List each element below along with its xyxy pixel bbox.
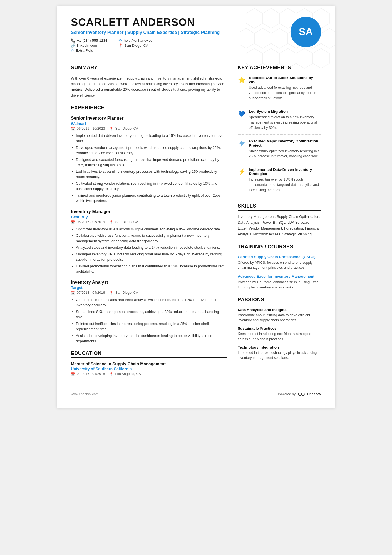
job-title-bestbuy: Inventory Manager <box>71 209 227 214</box>
achievement-desc-1: Spearheaded migration to a new inventory… <box>249 115 321 130</box>
job-meta-bestbuy: 📅 05/2016 - 05/2019 📍 San Diego, CA <box>71 220 227 224</box>
experience-section: EXPERIENCE Senior Inventory Planner Walm… <box>71 105 227 344</box>
edu-school-0: University of Southern California <box>71 367 227 371</box>
bullet-item: Optimized inventory levels across multip… <box>76 226 227 232</box>
achievement-content-0: Reduced Out-of-Stock Situations by 20% U… <box>249 76 321 101</box>
linkedin-icon: 🔗 <box>71 43 75 48</box>
contact-section: 📞 +1-(234)-555-1234 🔗 linkedin.com ☆ Ext… <box>71 38 321 53</box>
experience-title: EXPERIENCE <box>71 105 227 112</box>
contact-col-left: 📞 +1-(234)-555-1234 🔗 linkedin.com ☆ Ext… <box>71 38 107 53</box>
phone-value: +1-(234)-555-1234 <box>77 38 107 43</box>
achievement-icon-3: ⚡ <box>238 168 245 176</box>
achievement-icon-1: 💙 <box>238 110 245 118</box>
achievement-title-0: Reduced Out-of-Stock Situations by 20% <box>249 76 321 84</box>
achievements-title: KEY ACHIEVEMENTS <box>238 65 321 72</box>
achievement-icon-2 <box>238 140 245 147</box>
passion-desc-2: Interested in the role technology plays … <box>238 350 321 361</box>
education-title: EDUCATION <box>71 351 227 358</box>
footer-website: www.enhancv.com <box>71 392 98 396</box>
calendar-icon: 📅 <box>71 291 75 295</box>
achievement-item-0: ⭐ Reduced Out-of-Stock Situations by 20%… <box>238 76 321 105</box>
location-value: San Diego, CA <box>125 43 148 48</box>
summary-title: SUMMARY <box>71 65 227 72</box>
achievement-content-3: Implemented Data-Driven Inventory Strate… <box>249 167 321 193</box>
education-item-0: Master of Science in Supply Chain Manage… <box>71 361 227 376</box>
job-location-target: 📍 San Diego, CA <box>109 291 138 295</box>
job-dates-walmart: 📅 06/2019 - 10/2023 <box>71 127 105 131</box>
bullet-item: Implemented data-driven inventory strate… <box>76 133 227 144</box>
passion-item-2: Technology Integration Interested in the… <box>238 345 321 361</box>
key-achievements-section: KEY ACHIEVEMENTS ⭐ Reduced Out-of-Stock … <box>238 65 321 196</box>
candidate-title: Senior Inventory Planner | Supply Chain … <box>71 29 321 36</box>
job-bullets-walmart: Implemented data-driven inventory strate… <box>71 133 227 204</box>
passion-title-1: Sustainable Practices <box>238 326 321 330</box>
bullet-item: Assisted in developing inventory metrics… <box>76 333 227 344</box>
pin-icon: 📍 <box>109 372 114 376</box>
edu-dates-0: 📅 01/2016 - 01/2018 <box>71 372 105 376</box>
phone-item: 📞 +1-(234)-555-1234 <box>71 38 107 43</box>
edu-meta-0: 📅 01/2016 - 01/2018 📍 Los Angeles, CA <box>71 372 227 376</box>
bullet-item: Streamlined SKU management processes, ac… <box>76 309 227 320</box>
passion-item-1: Sustainable Practices Keen interest in a… <box>238 326 321 342</box>
job-bestbuy: Inventory Manager Best Buy 📅 05/2016 - 0… <box>71 209 227 274</box>
summary-section: SUMMARY With over 6 years of experience … <box>71 65 227 98</box>
email-value: help@enhancv.com <box>124 38 155 43</box>
candidate-name: SCARLETT ANDERSON <box>71 17 321 28</box>
training-title-1: Advanced Excel for Inventory Management <box>238 274 321 278</box>
powered-by-text: Powered by <box>278 392 296 396</box>
linkedin-value: linkedin.com <box>77 43 97 48</box>
bullet-item: Managed inventory KPIs, notably reducing… <box>76 251 227 262</box>
bullet-item: Trained and mentored junior planners con… <box>76 193 227 204</box>
brand-name: Enhancv <box>307 392 321 396</box>
bullet-item: Developed vendor management protocols wh… <box>76 145 227 156</box>
edu-location-0: 📍 Los Angeles, CA <box>109 372 141 376</box>
skills-title: SKILLS <box>238 203 321 211</box>
bullet-item: Devised promotional forecasting plans th… <box>76 263 227 274</box>
achievement-desc-0: Used advanced forecasting methods and ve… <box>249 85 321 101</box>
passion-title-0: Data Analytics and Insights <box>238 308 321 312</box>
achievement-item-2: Executed Major Inventory Optimization Pr… <box>238 139 321 163</box>
bullet-item: Pointed out inefficiencies in the restoc… <box>76 321 227 332</box>
passions-title: PASSIONS <box>238 297 321 304</box>
company-walmart: Walmart <box>71 121 227 126</box>
job-walmart: Senior Inventory Planner Walmart 📅 06/20… <box>71 116 227 204</box>
skills-text: Inventory Management, Supply Chain Optim… <box>238 214 321 237</box>
training-title-0: Certified Supply Chain Professional (CSC… <box>238 255 321 259</box>
skills-section: SKILLS Inventory Management, Supply Chai… <box>238 203 321 237</box>
job-meta-walmart: 📅 06/2019 - 10/2023 📍 San Diego, CA <box>71 127 227 131</box>
achievement-title-3: Implemented Data-Driven Inventory Strate… <box>249 167 321 176</box>
training-title: TRAINING / COURSES <box>238 244 321 251</box>
resume-page: SCARLETT ANDERSON Senior Inventory Plann… <box>57 6 335 408</box>
contact-col-right: @ help@enhancv.com 📍 San Diego, CA <box>118 38 155 53</box>
bullet-item: Collaborated with cross-functional teams… <box>76 233 227 244</box>
job-title-walmart: Senior Inventory Planner <box>71 116 227 121</box>
training-item-1: Advanced Excel for Inventory Management … <box>238 274 321 290</box>
edu-degree-0: Master of Science in Supply Chain Manage… <box>71 361 227 366</box>
main-layout: SUMMARY With over 6 years of experience … <box>71 58 321 381</box>
email-item: @ help@enhancv.com <box>118 38 155 43</box>
company-bestbuy: Best Buy <box>71 215 227 219</box>
job-location-bestbuy: 📍 San Diego, CA <box>109 220 138 224</box>
pin-icon: 📍 <box>109 220 114 224</box>
achievement-content-1: Led System Migration Spearheaded migrati… <box>249 109 321 130</box>
job-dates-target: 📅 07/2013 - 04/2016 <box>71 291 105 295</box>
achievement-desc-3: Increased turnover by 15% through implem… <box>249 177 321 193</box>
svg-marker-10 <box>321 28 335 48</box>
bullet-item: Cultivated strong vendor relationships, … <box>76 181 227 192</box>
calendar-icon: 📅 <box>71 127 75 131</box>
pin-icon: 📍 <box>109 291 114 295</box>
pin-icon: 📍 <box>109 127 114 131</box>
job-bullets-target: Conducted in-depth sales and trend analy… <box>71 297 227 344</box>
location-item: 📍 San Diego, CA <box>118 43 155 48</box>
footer: www.enhancv.com Powered by Enhancv <box>71 389 321 396</box>
passion-desc-0: Passionate about utilizing data to drive… <box>238 313 321 323</box>
bullet-item: Led initiatives to streamline inventory … <box>76 169 227 180</box>
bullet-item: Conducted in-depth sales and trend analy… <box>76 297 227 308</box>
passions-section: PASSIONS Data Analytics and Insights Pas… <box>238 297 321 361</box>
passion-title-2: Technology Integration <box>238 345 321 349</box>
bullet-item: Analyzed sales and inventory data leadin… <box>76 245 227 250</box>
achievement-content-2: Executed Major Inventory Optimization Pr… <box>249 139 321 159</box>
job-dates-bestbuy: 📅 05/2016 - 05/2019 <box>71 220 105 224</box>
bullet-item: Designed and executed forecasting models… <box>76 157 227 168</box>
training-section: TRAINING / COURSES Certified Supply Chai… <box>238 244 321 290</box>
